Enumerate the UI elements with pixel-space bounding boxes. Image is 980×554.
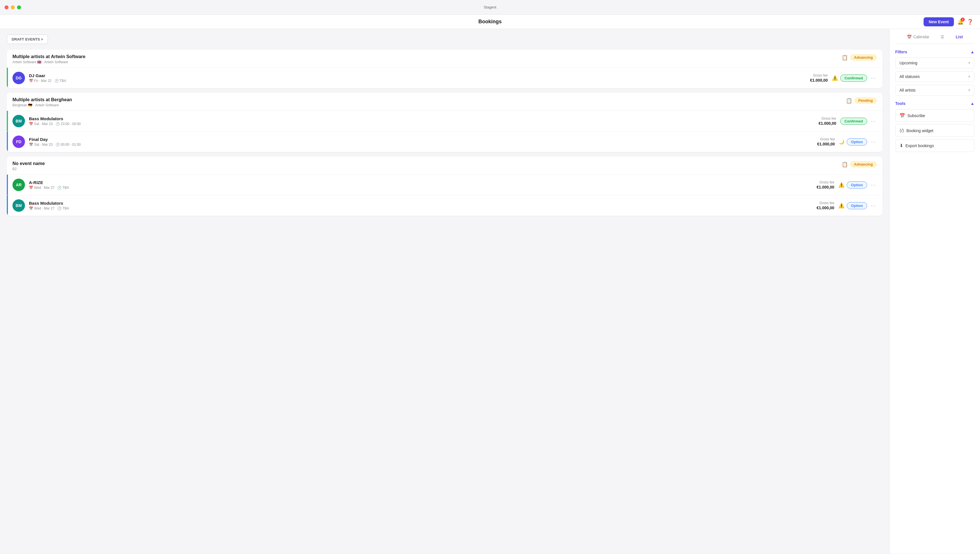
artist-status-badge: Confirmed — [840, 118, 867, 125]
list-icon: ☰ — [940, 35, 944, 39]
notifications-button[interactable]: 🔔 1 — [957, 19, 964, 25]
artist-info: DJ Gaar 📅 Fri · Mar 22 🕐 TBA — [29, 73, 790, 83]
event-title: Multiple artists at Artwin Software — [13, 54, 85, 59]
more-options-button[interactable]: ⋯ — [869, 74, 877, 82]
fee-amount: €1.000,00 — [801, 142, 835, 146]
artist-info: A-RIZE 📅 Wed · Mar 27 🕐 TBA — [29, 180, 796, 189]
app-title: Stagent — [484, 5, 496, 10]
row-actions: ⚠️ Confirmed ⋯ — [832, 74, 877, 82]
maximize-button[interactable] — [17, 5, 21, 10]
fee-section: Gross fee €1.000,00 — [800, 180, 834, 189]
subscribe-button[interactable]: 📅 Subscribe — [895, 109, 974, 122]
chevron-down-icon: ▾ — [968, 88, 970, 92]
all-artists-label: All artists — [899, 88, 916, 92]
avatar: BM — [13, 199, 25, 212]
chevron-down-icon: ▾ — [968, 61, 970, 65]
date-info: 📅 Fri · Mar 22 — [29, 79, 52, 83]
status-badge: Pending — [854, 97, 877, 104]
upcoming-label: Upcoming — [899, 60, 917, 65]
tools-section: Tools ▲ 📅 Subscribe ⟨/⟩ Booking widget ⬇… — [895, 101, 974, 152]
artist-name: A-RIZE — [29, 180, 796, 185]
list-view-button[interactable]: List — [953, 33, 965, 40]
booking-widget-button[interactable]: ⟨/⟩ Booking widget — [895, 124, 974, 137]
date-info: 📅 Wed · Mar 27 — [29, 206, 54, 210]
chevron-down-icon: ▾ — [968, 75, 970, 78]
artist-name: Final Day — [29, 137, 797, 142]
fee-section: Gross fee €1.000,00 — [794, 73, 828, 83]
warning-icon: ⚠️ — [838, 202, 845, 209]
advancing-icon: 📋 — [842, 161, 848, 167]
view-toggle: 📅 Calendar ☰ List — [895, 33, 974, 44]
fee-amount: €1.000,00 — [800, 185, 834, 189]
row-actions: Confirmed ⋯ — [840, 117, 877, 125]
warning-icon: ⚠️ — [838, 182, 845, 188]
time-info: 🕐 TBA — [57, 206, 69, 210]
traffic-lights — [5, 5, 21, 10]
pending-icon: 📋 — [846, 97, 852, 104]
top-header: Bookings New Event 🔔 1 ❓ — [0, 15, 980, 29]
artist-name: DJ Gaar — [29, 73, 790, 78]
artist-status-badge: Option — [847, 138, 867, 145]
time-info: 🕐 23:00 - 00:00 — [56, 122, 81, 126]
export-bookings-button[interactable]: ⬇ Export bookings — [895, 139, 974, 152]
more-options-button[interactable]: ⋯ — [869, 138, 877, 145]
artist-meta: 📅 Sat · Mar 23 🕐 00:00 - 01:00 — [29, 143, 797, 146]
fee-section: Gross fee €1.000,00 — [800, 201, 834, 210]
event-header: Multiple artists at Artwin Software Artw… — [7, 49, 883, 67]
event-group: Multiple artists at Artwin Software Artw… — [7, 49, 883, 88]
more-options-button[interactable]: ⋯ — [869, 181, 877, 189]
date-info: 📅 Sat · Mar 23 — [29, 122, 53, 126]
more-options-button[interactable]: ⋯ — [869, 117, 877, 125]
tools-label: Tools — [895, 101, 905, 106]
collapse-tools-icon[interactable]: ▲ — [970, 101, 974, 106]
artist-status-badge: Confirmed — [840, 75, 867, 82]
event-title: Multiple artists at Berghean — [13, 97, 72, 102]
calendar-view-button[interactable]: 📅 Calendar — [905, 33, 932, 40]
artist-info: Bass Modulators 📅 Wed · Mar 27 🕐 TBA — [29, 201, 796, 210]
fee-amount: €1.000,00 — [802, 121, 836, 126]
artist-status-badge: Option — [847, 202, 867, 209]
artist-name: Bass Modulators — [29, 116, 798, 121]
draft-events-label: DRAFT EVENTS > — [12, 37, 43, 41]
fee-label: Gross fee — [794, 73, 828, 77]
row-actions: ⚠️ Option ⋯ — [838, 202, 877, 209]
time-info: 🕐 00:00 - 01:00 — [56, 143, 81, 146]
row-actions: ⚠️ Option ⋯ — [838, 181, 877, 189]
time-info: 🕐 TBA — [54, 79, 66, 83]
event-title: No event name — [13, 161, 45, 166]
all-statuses-label: All statuses — [899, 74, 920, 79]
artist-row: AR A-RIZE 📅 Wed · Mar 27 🕐 TBA Gross fee… — [7, 174, 883, 195]
artist-meta: 📅 Wed · Mar 27 🕐 TBA — [29, 186, 796, 189]
upcoming-filter[interactable]: Upcoming ▾ — [895, 57, 974, 68]
avatar: AR — [13, 178, 25, 191]
list-label: List — [956, 35, 963, 39]
draft-events-banner[interactable]: DRAFT EVENTS > — [7, 35, 48, 44]
fee-label: Gross fee — [800, 201, 834, 205]
close-button[interactable] — [5, 5, 8, 10]
list-toggle-button[interactable]: ☰ — [938, 33, 947, 40]
collapse-filters-icon[interactable]: ▲ — [970, 49, 974, 54]
event-status: 📋 Advancing — [842, 161, 877, 167]
event-header: Multiple artists at Berghean Berghean 🇩🇪… — [7, 93, 883, 111]
warning-icon: ⚠️ — [832, 75, 838, 81]
row-actions: 🌙 Option ⋯ — [839, 138, 877, 145]
event-subtitle: Berghean 🇩🇪 · Artwin Software — [13, 103, 72, 107]
fee-label: Gross fee — [800, 180, 834, 184]
all-artists-filter[interactable]: All artists ▾ — [895, 85, 974, 96]
page-title: Bookings — [478, 19, 502, 25]
subscribe-label: Subscribe — [907, 113, 925, 118]
help-button[interactable]: ❓ — [967, 19, 973, 25]
all-statuses-filter[interactable]: All statuses ▾ — [895, 71, 974, 82]
code-icon: ⟨/⟩ — [899, 128, 904, 133]
artist-row: BM Bass Modulators 📅 Wed · Mar 27 🕐 TBA … — [7, 195, 883, 216]
event-info: Multiple artists at Berghean Berghean 🇩🇪… — [13, 97, 72, 107]
minimize-button[interactable] — [11, 5, 15, 10]
date-info: 📅 Wed · Mar 27 — [29, 186, 54, 189]
event-info: No event name B2 — [13, 161, 45, 171]
artist-meta: 📅 Fri · Mar 22 🕐 TBA — [29, 79, 790, 83]
calendar-icon: 📅 — [899, 113, 905, 118]
status-badge: Advancing — [850, 54, 877, 60]
new-event-button[interactable]: New Event — [924, 17, 954, 26]
artist-status-badge: Option — [847, 181, 867, 189]
more-options-button[interactable]: ⋯ — [869, 202, 877, 209]
